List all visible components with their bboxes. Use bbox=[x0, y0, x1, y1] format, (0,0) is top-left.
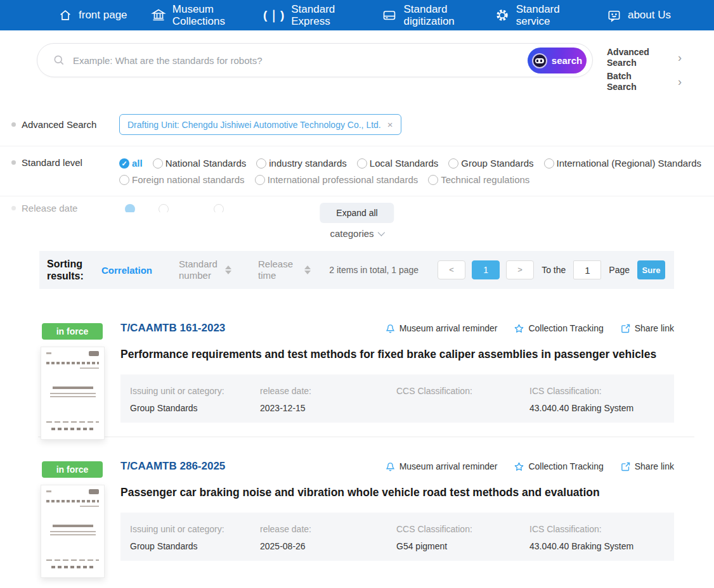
radio-level-foreign[interactable]: Foreign national standards bbox=[119, 174, 245, 185]
search-icon bbox=[53, 54, 65, 67]
standard-cover-thumbnail[interactable] bbox=[41, 347, 105, 440]
page-1-button[interactable]: 1 bbox=[472, 260, 500, 279]
radio-icon bbox=[214, 204, 224, 212]
sort-release-time[interactable]: Release time bbox=[258, 259, 311, 281]
radio-checked-icon: ✓ bbox=[119, 158, 129, 169]
nav-label: Standard digitization bbox=[403, 3, 471, 27]
search-button[interactable]: search bbox=[528, 48, 587, 74]
next-page-button[interactable]: > bbox=[506, 260, 534, 279]
to-the-label: To the bbox=[542, 265, 566, 275]
divider bbox=[38, 437, 694, 437]
standard-level-label: Standard level bbox=[22, 157, 109, 168]
filter-tag-text: Drafting Unit: Chengdu Jishiwei Automoti… bbox=[127, 120, 381, 130]
standard-title[interactable]: Performance requirements and test method… bbox=[120, 348, 674, 361]
advanced-search-row: Advanced Search Drafting Unit: Chengdu J… bbox=[11, 114, 714, 135]
release-date-label: Release date bbox=[22, 203, 109, 212]
express-icon: (｜) bbox=[263, 7, 285, 23]
home-icon bbox=[58, 8, 72, 22]
bullet-dot-icon bbox=[11, 122, 16, 127]
radio-icon bbox=[255, 175, 265, 185]
categories-label: categories bbox=[330, 228, 373, 239]
action-label: Museum arrival reminder bbox=[399, 323, 498, 333]
expand-all-button[interactable]: Expand all bbox=[320, 203, 394, 223]
field-value: 43.040.40 Braking System bbox=[529, 403, 633, 413]
sorting-bar: Sorting results: Correlation Standard nu… bbox=[39, 251, 674, 289]
collection-tracking-link[interactable]: Collection Tracking bbox=[514, 323, 603, 334]
museum-icon bbox=[151, 8, 166, 23]
sort-standard-number-label: Standard number bbox=[179, 259, 221, 281]
radio-label: Group Standards bbox=[461, 158, 533, 169]
tag-close-icon[interactable]: × bbox=[387, 119, 393, 130]
field-value: 2025-08-26 bbox=[260, 541, 311, 551]
result-actions: Museum arrival reminder Collection Track… bbox=[385, 461, 674, 472]
field-label: release date: bbox=[260, 386, 311, 396]
nav-label: Museum Collections bbox=[172, 3, 240, 27]
nav-label: Standard Express bbox=[291, 3, 358, 27]
star-icon bbox=[514, 461, 524, 472]
search-box: search bbox=[37, 43, 593, 77]
total-count: 2 items in total, 1 page bbox=[329, 265, 419, 275]
nav-item-standard-express[interactable]: (｜) Standard Express bbox=[263, 3, 358, 27]
field-label: CCS Classification: bbox=[396, 524, 472, 534]
radio-level-national[interactable]: National Standards bbox=[153, 158, 247, 169]
prev-page-button[interactable]: < bbox=[438, 260, 465, 279]
divider bbox=[0, 196, 714, 196]
nav-item-standard-digitization[interactable]: Standard digitization bbox=[382, 3, 471, 27]
sort-arrows-icon bbox=[225, 265, 231, 274]
field-value: Group Standards bbox=[130, 541, 224, 551]
standard-level-row: Standard level ✓all National Standards i… bbox=[11, 157, 714, 185]
standard-number-link[interactable]: T/CAAMTB 161-2023 bbox=[120, 322, 225, 335]
action-label: Share link bbox=[635, 461, 674, 471]
sort-standard-number[interactable]: Standard number bbox=[179, 259, 231, 281]
search-input[interactable] bbox=[73, 55, 523, 66]
museum-arrival-reminder-link[interactable]: Museum arrival reminder bbox=[385, 461, 498, 472]
radio-icon bbox=[448, 158, 458, 169]
nav-item-about-us[interactable]: about Us bbox=[607, 8, 671, 23]
field-label: Issuing unit or category: bbox=[130, 524, 224, 534]
sure-button[interactable]: Sure bbox=[637, 260, 665, 279]
standard-cover-thumbnail[interactable] bbox=[41, 485, 105, 578]
radio-level-local[interactable]: Local Standards bbox=[357, 158, 438, 169]
top-nav: front page Museum Collections (｜) Standa… bbox=[0, 0, 714, 30]
nav-label: Standard service bbox=[516, 3, 583, 27]
nav-item-standard-service[interactable]: Standard service bbox=[495, 3, 583, 27]
share-link[interactable]: Share link bbox=[620, 461, 674, 472]
nav-item-front-page[interactable]: front page bbox=[58, 8, 127, 22]
nav-item-museum-collections[interactable]: Museum Collections bbox=[151, 3, 240, 27]
field-label: ICS Classification: bbox=[529, 386, 633, 396]
result-item-1: in force T/CAAMTB 161-2023 Museum arriva… bbox=[39, 322, 674, 423]
robot-icon bbox=[532, 53, 547, 68]
radio-level-technical-regulations[interactable]: Technical regulations bbox=[428, 174, 529, 185]
museum-arrival-reminder-link[interactable]: Museum arrival reminder bbox=[385, 323, 498, 334]
status-badge: in force bbox=[42, 323, 103, 340]
advanced-search-link[interactable]: Advanced Search › bbox=[607, 47, 682, 68]
radio-label: National Standards bbox=[166, 158, 247, 169]
categories-toggle[interactable]: categories bbox=[330, 228, 384, 239]
sort-arrows-icon bbox=[304, 265, 311, 274]
advanced-search-row-label: Advanced Search bbox=[22, 119, 109, 130]
search-section: search Advanced Search › Batch Search › bbox=[37, 43, 714, 95]
action-label: Share link bbox=[635, 323, 674, 333]
nav-label: front page bbox=[79, 9, 127, 21]
standard-title[interactable]: Passenger car braking noise and vibratio… bbox=[120, 486, 674, 499]
collection-tracking-link[interactable]: Collection Tracking bbox=[514, 461, 603, 472]
sort-release-time-label: Release time bbox=[258, 259, 300, 281]
radio-icon bbox=[544, 158, 554, 169]
filter-tag-drafting-unit[interactable]: Drafting Unit: Chengdu Jishiwei Automoti… bbox=[119, 114, 401, 135]
radio-level-international[interactable]: International (Regional) Standards bbox=[544, 158, 701, 169]
sort-correlation[interactable]: Correlation bbox=[101, 265, 152, 276]
radio-level-intl-professional[interactable]: International professional standards bbox=[255, 174, 419, 185]
share-link[interactable]: Share link bbox=[620, 323, 674, 334]
digitization-icon bbox=[382, 8, 397, 23]
radio-level-industry[interactable]: industry standards bbox=[256, 158, 347, 169]
radio-label: Local Standards bbox=[370, 158, 438, 169]
batch-search-link[interactable]: Batch Search › bbox=[607, 71, 682, 93]
standard-number-link[interactable]: T/CAAMTB 286-2025 bbox=[120, 460, 225, 473]
expand-zone: Release date Expand all categories bbox=[0, 203, 714, 242]
goto-page-input[interactable] bbox=[573, 260, 601, 279]
field-value: 43.040.40 Braking System bbox=[529, 541, 633, 551]
standard-details-box: Issuing unit or category:Group Standards… bbox=[120, 374, 674, 423]
result-actions: Museum arrival reminder Collection Track… bbox=[385, 323, 674, 334]
radio-level-group[interactable]: Group Standards bbox=[448, 158, 533, 169]
radio-level-all[interactable]: ✓all bbox=[119, 158, 143, 169]
